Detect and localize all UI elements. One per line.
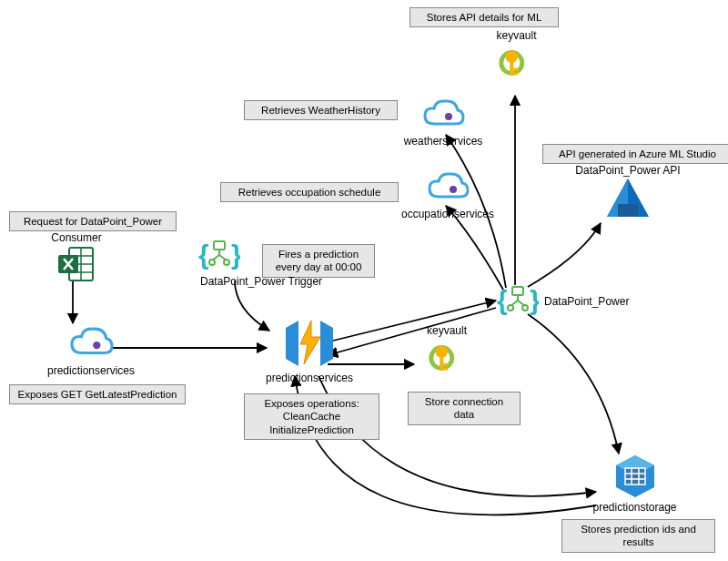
svg-rect-9 <box>618 204 638 217</box>
label-stores-pred-ids: Stores prediction ids and results <box>561 519 715 553</box>
cloud-dot-icon <box>67 324 115 362</box>
svg-text:}: } <box>231 240 240 270</box>
svg-rect-35 <box>625 468 645 484</box>
svg-rect-18 <box>214 241 225 250</box>
occupationservices-label: occupationservices <box>401 208 494 220</box>
svg-point-21 <box>93 342 100 349</box>
node-consumer: Consumer <box>44 230 109 284</box>
svg-rect-2 <box>510 61 513 75</box>
svg-point-5 <box>445 113 452 120</box>
node-datapoint-api: DataPoint_Power API <box>564 162 692 219</box>
svg-text:}: } <box>530 285 539 315</box>
svg-point-31 <box>508 305 513 311</box>
keyvault-mid-label: keyvault <box>427 324 467 337</box>
azure-function-icon <box>280 317 339 370</box>
svg-point-32 <box>522 305 528 311</box>
label-exposes-get: Exposes GET GetLatestPrediction <box>9 384 186 404</box>
svg-rect-3 <box>513 68 519 71</box>
label-stores-api-ml: Stores API details for ML <box>410 7 559 27</box>
cloud-dot-icon <box>426 169 470 206</box>
datapoint-trigger-label: DataPoint_Power Trigger <box>198 275 335 288</box>
predictionstorage-label: predictionstorage <box>592 501 676 514</box>
datapoint-power-label: DataPoint_Power <box>544 295 629 308</box>
label-retrieves-occupation: Retrieves occupation schedule <box>220 182 399 202</box>
node-datapoint-power: { } DataPoint_Power <box>497 282 661 319</box>
logic-app-icon: { } <box>198 237 240 273</box>
label-exposes-ops: Exposes operations: CleanCache Initializ… <box>244 393 379 440</box>
svg-marker-22 <box>300 321 320 364</box>
svg-rect-4 <box>513 73 518 76</box>
node-predictionservices-left: predictionservices <box>36 324 146 377</box>
svg-point-1 <box>505 51 517 63</box>
svg-text:{: { <box>497 285 508 315</box>
node-keyvault-mid: keyvault <box>415 322 479 379</box>
label-store-conn-data: Store connection data <box>408 392 521 425</box>
keyvault-icon <box>426 337 468 379</box>
excel-icon <box>56 244 96 284</box>
logic-app-icon: { } <box>497 282 539 319</box>
node-weatherservices: weatherservices <box>393 97 493 148</box>
predictionservices-left-label: predictionservices <box>47 364 135 377</box>
node-predictionstorage: predictionstorage <box>582 454 687 514</box>
svg-rect-26 <box>443 363 449 366</box>
svg-rect-27 <box>443 368 448 371</box>
node-occupationservices: occupationservices <box>393 169 502 220</box>
predictionservices-center-label: predictionservices <box>266 372 353 384</box>
node-datapoint-trigger: { } DataPoint_Power Trigger <box>198 237 335 288</box>
node-keyvault-top: keyvault <box>491 27 541 84</box>
keyvault-top-label: keyvault <box>496 29 536 42</box>
svg-point-20 <box>224 260 229 265</box>
datapoint-api-label: DataPoint_Power API <box>575 164 680 177</box>
weatherservices-label: weatherservices <box>404 135 483 148</box>
storage-table-icon <box>612 454 658 499</box>
svg-rect-30 <box>512 287 523 295</box>
svg-point-19 <box>209 260 215 265</box>
azure-ml-icon <box>605 177 651 219</box>
keyvault-icon <box>496 42 538 84</box>
consumer-label: Consumer <box>51 231 101 244</box>
svg-point-24 <box>436 346 448 358</box>
svg-text:{: { <box>198 240 209 270</box>
node-predictionservices-center: predictionservices <box>255 317 364 384</box>
svg-rect-25 <box>440 356 443 370</box>
svg-point-6 <box>450 186 457 193</box>
label-retrieves-weather: Retrieves WeatherHistory <box>244 100 398 120</box>
cloud-dot-icon <box>421 97 465 133</box>
